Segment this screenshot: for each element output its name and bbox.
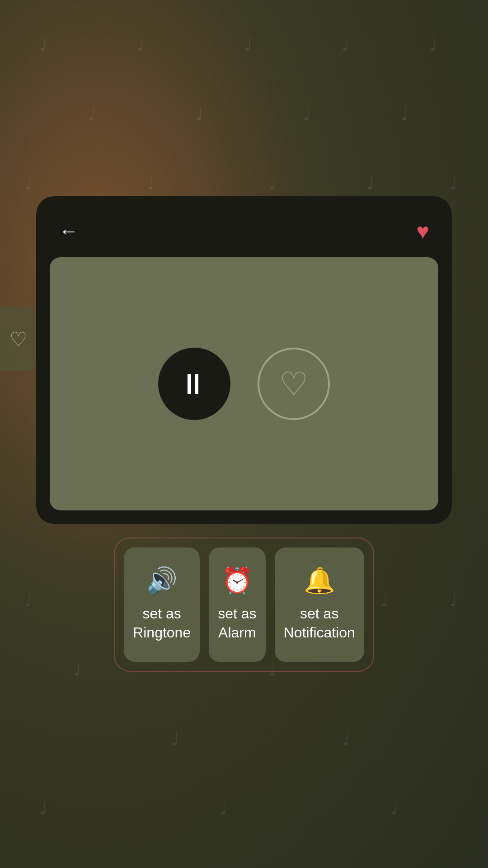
ringtone-icon: 🔊 <box>146 566 178 595</box>
actions-wrapper: 🔊set as Ringtone⏰set as Alarm🔔set as Not… <box>114 538 374 672</box>
pause-button[interactable]: ⏸ <box>158 348 230 420</box>
notification-icon: 🔔 <box>304 566 335 595</box>
alarm-label: set as Alarm <box>218 604 256 642</box>
main-content: ← ♥ ⏸ ♡ 🔊set as Ringtone⏰set as Alarm🔔se… <box>0 0 488 868</box>
actions-row: 🔊set as Ringtone⏰set as Alarm🔔set as Not… <box>124 547 364 662</box>
card-header: ← ♥ <box>50 210 438 257</box>
main-card: ← ♥ ⏸ ♡ <box>36 196 452 524</box>
pause-icon: ⏸ <box>178 367 210 401</box>
back-button[interactable]: ← <box>59 221 79 241</box>
alarm-icon: ⏰ <box>221 566 253 595</box>
side-heart-widget[interactable]: ♡ <box>0 307 36 371</box>
player-area: ⏸ ♡ <box>50 257 438 510</box>
favorite-button[interactable]: ♥ <box>417 219 430 244</box>
set-as-notification-button[interactable]: 🔔set as Notification <box>275 547 364 662</box>
like-button[interactable]: ♡ <box>258 348 330 420</box>
set-as-alarm-button[interactable]: ⏰set as Alarm <box>209 547 265 662</box>
notification-label: set as Notification <box>284 604 355 642</box>
like-heart-icon: ♡ <box>279 365 309 403</box>
side-heart-icon: ♡ <box>9 328 27 351</box>
ringtone-label: set as Ringtone <box>133 604 191 642</box>
set-as-ringtone-button[interactable]: 🔊set as Ringtone <box>124 547 200 662</box>
